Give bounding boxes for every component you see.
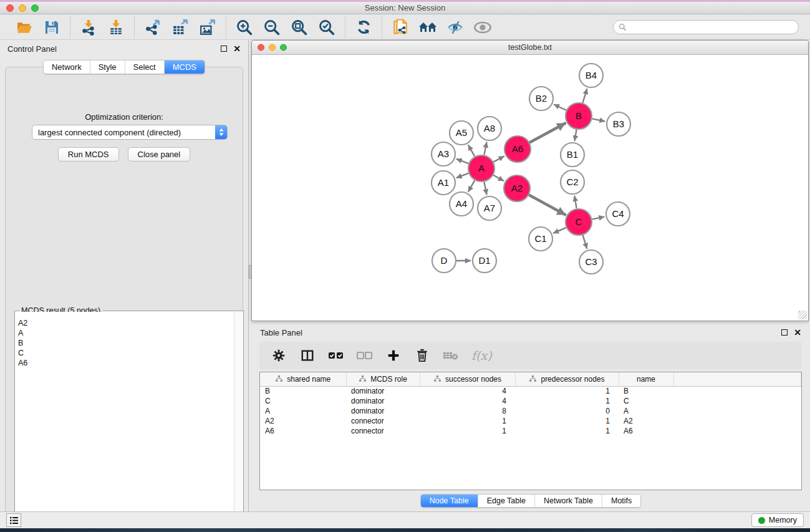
graph-edge[interactable] — [468, 145, 474, 156]
homes-icon[interactable] — [417, 17, 438, 37]
graph-edge[interactable] — [494, 157, 504, 162]
export-network-icon[interactable] — [142, 17, 163, 37]
export-image-icon[interactable] — [197, 17, 218, 37]
graph-edge[interactable] — [457, 173, 468, 178]
delete-icon[interactable] — [414, 347, 430, 364]
graph-node-C3[interactable] — [579, 250, 603, 274]
function-icon[interactable]: f(x) — [471, 349, 492, 362]
graph-edge[interactable] — [575, 196, 577, 208]
network-close-button[interactable] — [258, 44, 264, 51]
result-item[interactable]: A2 — [18, 318, 231, 328]
graph-node-C1[interactable] — [529, 227, 552, 251]
graph-edge[interactable] — [485, 183, 487, 195]
zoom-out-icon[interactable] — [261, 17, 282, 37]
task-history-button[interactable] — [6, 513, 21, 527]
col-name[interactable]: name — [619, 372, 673, 386]
graph-node-A[interactable] — [468, 155, 494, 181]
refresh-icon[interactable] — [353, 17, 374, 37]
graph-node-B4[interactable] — [579, 64, 603, 87]
close-window-button[interactable] — [6, 4, 14, 12]
import-table-icon[interactable] — [105, 17, 127, 37]
graph-node-A6[interactable] — [504, 136, 531, 162]
col-predecessor-nodes[interactable]: predecessor nodes — [515, 372, 619, 386]
col-successor-nodes[interactable]: successor nodes — [420, 372, 515, 386]
graph-node-A5[interactable] — [450, 121, 473, 145]
eye-icon[interactable] — [472, 17, 493, 37]
graph-edge[interactable] — [554, 228, 566, 233]
tab-network-table[interactable]: Network Table — [534, 495, 602, 507]
graph-node-A2[interactable] — [504, 175, 530, 201]
close-table-panel-icon[interactable]: ✕ — [794, 329, 801, 336]
graph-node-A1[interactable] — [432, 171, 455, 195]
tab-network[interactable]: Network — [44, 60, 90, 74]
export-table-icon[interactable] — [170, 17, 191, 37]
graph-node-D[interactable] — [432, 249, 456, 273]
criterion-dropdown[interactable]: largest connected component (directed) — [32, 125, 228, 140]
tab-select[interactable]: Select — [125, 60, 164, 74]
graph-edge[interactable] — [485, 143, 487, 155]
graph-node-C4[interactable] — [606, 202, 630, 226]
tab-edge-table[interactable]: Edge Table — [478, 495, 534, 507]
hide-eye-icon[interactable] — [445, 17, 466, 37]
close-panel-button[interactable]: Close panel — [128, 147, 191, 162]
graph-edge[interactable] — [575, 130, 577, 141]
graph-node-A4[interactable] — [450, 192, 473, 216]
network-minimize-button[interactable] — [269, 44, 276, 51]
zoom-in-icon[interactable] — [234, 17, 255, 37]
tab-style[interactable]: Style — [90, 60, 125, 74]
float-table-panel-icon[interactable] — [781, 329, 788, 336]
graph-edge[interactable] — [593, 119, 605, 122]
graph-node-D1[interactable] — [473, 249, 496, 273]
memory-button[interactable]: Memory — [751, 513, 804, 527]
minimize-window-button[interactable] — [19, 4, 26, 12]
result-item[interactable]: A6 — [18, 358, 231, 368]
table-row[interactable]: Bdominator41B — [260, 386, 801, 396]
open-folder-icon[interactable] — [14, 17, 35, 37]
network-canvas[interactable]: AA1A2A3A4A5A6A7A8BB1B2B3B4CC1C2C3C4DD1 — [252, 55, 808, 321]
save-icon[interactable] — [41, 17, 62, 37]
table-row[interactable]: Adominator80A — [260, 406, 801, 416]
tab-motifs[interactable]: Motifs — [602, 495, 640, 507]
import-network-icon[interactable] — [78, 17, 99, 37]
graph-node-B1[interactable] — [561, 143, 584, 167]
table-row[interactable]: A6connector11A6 — [260, 426, 801, 436]
graph-node-B[interactable] — [566, 103, 592, 129]
graph-node-A3[interactable] — [432, 142, 455, 166]
gear-icon[interactable] — [271, 347, 287, 364]
graph-edge[interactable] — [583, 236, 587, 248]
result-item[interactable]: A — [18, 328, 231, 338]
graph-node-A7[interactable] — [478, 196, 501, 220]
tab-mcds[interactable]: MCDS — [164, 60, 205, 74]
delete-table-icon[interactable] — [443, 347, 459, 364]
graph-edge[interactable] — [593, 217, 604, 220]
zoom-window-button[interactable] — [31, 4, 39, 12]
graph-node-B3[interactable] — [607, 112, 630, 136]
float-panel-icon[interactable] — [221, 46, 227, 52]
graph-node-C2[interactable] — [561, 170, 584, 194]
graph-edge[interactable] — [554, 105, 566, 110]
graph-node-B2[interactable] — [529, 87, 553, 110]
graph-edge[interactable] — [468, 181, 474, 191]
run-mcds-button[interactable]: Run MCDS — [58, 147, 119, 162]
graph-node-C[interactable] — [566, 209, 592, 235]
search-input[interactable] — [630, 23, 793, 32]
result-item[interactable]: B — [18, 338, 231, 348]
network-zoom-button[interactable] — [280, 44, 287, 51]
window-resize-grip[interactable] — [798, 311, 807, 319]
col-shared-name[interactable]: shared name — [260, 372, 346, 386]
search-field[interactable] — [613, 20, 799, 34]
tab-node-table[interactable]: Node Table — [421, 495, 478, 507]
graph-edge[interactable] — [530, 123, 565, 142]
result-scrollbar[interactable] — [234, 312, 243, 525]
graph-node-A8[interactable] — [478, 117, 501, 140]
graph-edge[interactable] — [457, 159, 468, 163]
result-item[interactable]: C — [18, 348, 231, 358]
deselect-all-icon[interactable] — [357, 347, 373, 364]
col-mcds-role[interactable]: MCDS role — [346, 372, 420, 386]
close-panel-icon[interactable]: ✕ — [233, 46, 241, 52]
graph-edge[interactable] — [529, 195, 565, 215]
add-icon[interactable] — [385, 347, 402, 364]
network-document-icon[interactable] — [390, 17, 411, 37]
graph-edge[interactable] — [494, 175, 503, 181]
zoom-selected-icon[interactable] — [316, 17, 337, 37]
